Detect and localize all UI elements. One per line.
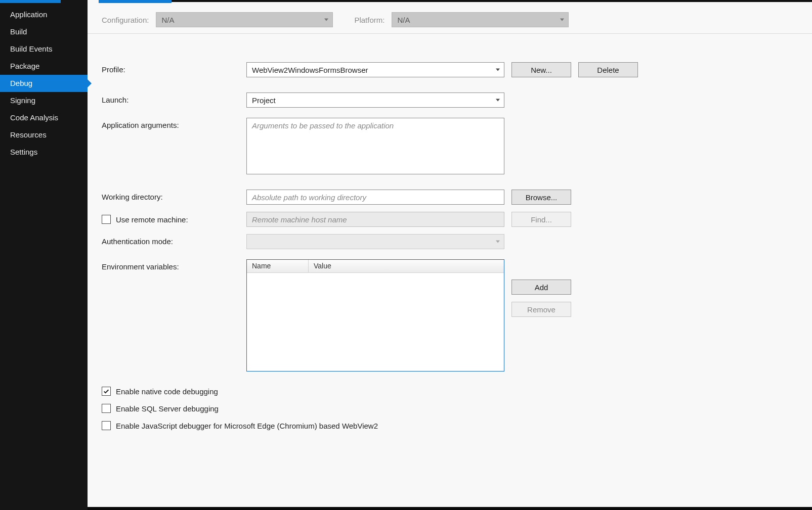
chevron-down-icon (496, 99, 500, 102)
row-working-dir: Working directory: Absolute path to work… (102, 190, 800, 205)
remote-placeholder: Remote machine host name (252, 215, 347, 224)
sidebar-item-debug[interactable]: Debug (0, 75, 88, 92)
native-debug-label: Enable native code debugging (116, 387, 218, 396)
row-enable-native: Enable native code debugging (102, 387, 800, 396)
auth-dropdown[interactable] (246, 234, 504, 249)
env-label: Environment variables: (102, 259, 246, 271)
row-auth: Authentication mode: (102, 234, 800, 249)
platform-label: Platform: (354, 16, 384, 24)
bottom-strip (88, 507, 812, 510)
profile-value: WebView2WindowsFormsBrowser (252, 66, 368, 74)
sidebar: Application Build Build Events Package D… (0, 0, 88, 510)
workdir-placeholder: Absolute path to working directory (252, 193, 366, 202)
chevron-down-icon (324, 19, 328, 21)
platform-value: N/A (397, 16, 410, 24)
launch-label: Launch: (102, 92, 246, 104)
remote-label-wrap: Use remote machine: (102, 212, 246, 224)
env-table-header: Name Value (247, 260, 504, 273)
remote-checkbox[interactable] (102, 215, 111, 224)
sql-debug-checkbox[interactable] (102, 404, 111, 413)
configuration-value: N/A (161, 16, 174, 24)
sidebar-item-build-events[interactable]: Build Events (0, 40, 88, 58)
launch-value: Project (252, 96, 276, 105)
app-root: Application Build Build Events Package D… (0, 0, 812, 510)
env-remove-button[interactable]: Remove (511, 302, 571, 317)
row-launch: Launch: Project (102, 92, 800, 108)
application-arguments-input[interactable]: Arguments to be passed to the applicatio… (246, 118, 504, 174)
launch-dropdown[interactable]: Project (246, 92, 504, 108)
row-remote: Use remote machine: Remote machine host … (102, 212, 800, 227)
sidebar-item-settings[interactable]: Settings (0, 144, 88, 161)
profile-label: Profile: (102, 62, 246, 74)
args-label: Application arguments: (102, 118, 246, 129)
remote-host-input[interactable]: Remote machine host name (246, 212, 504, 227)
sidebar-item-resources[interactable]: Resources (0, 126, 88, 144)
browse-button[interactable]: Browse... (511, 190, 571, 205)
env-table-body (247, 273, 504, 371)
row-args: Application arguments: Arguments to be p… (102, 118, 800, 174)
sidebar-item-signing[interactable]: Signing (0, 92, 88, 109)
profile-dropdown[interactable]: WebView2WindowsFormsBrowser (246, 62, 504, 77)
env-col-name: Name (247, 260, 309, 272)
native-debug-checkbox[interactable] (102, 387, 111, 396)
checkmark-icon (103, 388, 110, 395)
configuration-label: Configuration: (102, 16, 149, 24)
env-col-value: Value (309, 260, 504, 272)
find-button[interactable]: Find... (511, 212, 571, 227)
delete-profile-button[interactable]: Delete (578, 62, 638, 77)
js-debug-checkbox[interactable] (102, 421, 111, 430)
auth-label: Authentication mode: (102, 234, 246, 246)
chevron-down-icon (496, 69, 500, 71)
row-enable-js: Enable JavaScript debugger for Microsoft… (102, 421, 800, 430)
remote-checkbox-label: Use remote machine: (116, 215, 188, 224)
env-variables-table[interactable]: Name Value (246, 259, 504, 372)
sql-debug-label: Enable SQL Server debugging (116, 404, 219, 413)
args-placeholder: Arguments to be passed to the applicatio… (252, 121, 394, 130)
working-directory-input[interactable]: Absolute path to working directory (246, 190, 504, 205)
env-add-button[interactable]: Add (511, 280, 571, 295)
config-bar: Configuration: N/A Platform: N/A (88, 3, 812, 34)
js-debug-label: Enable JavaScript debugger for Microsoft… (116, 422, 378, 430)
form-area: Profile: WebView2WindowsFormsBrowser New… (88, 34, 812, 450)
main-panel: Configuration: N/A Platform: N/A Profile… (88, 0, 812, 510)
configuration-dropdown[interactable]: N/A (156, 12, 333, 27)
row-env: Environment variables: Name Value Add Re… (102, 259, 800, 372)
workdir-label: Working directory: (102, 190, 246, 201)
sidebar-item-application[interactable]: Application (0, 6, 88, 23)
sidebar-item-package[interactable]: Package (0, 58, 88, 75)
platform-dropdown[interactable]: N/A (392, 12, 569, 27)
top-accent (0, 0, 812, 3)
sidebar-item-build[interactable]: Build (0, 23, 88, 40)
chevron-down-icon (560, 19, 564, 21)
sidebar-item-code-analysis[interactable]: Code Analysis (0, 109, 88, 126)
row-enable-sql: Enable SQL Server debugging (102, 404, 800, 413)
chevron-down-icon (496, 241, 500, 243)
new-profile-button[interactable]: New... (511, 62, 571, 77)
row-profile: Profile: WebView2WindowsFormsBrowser New… (102, 62, 800, 77)
